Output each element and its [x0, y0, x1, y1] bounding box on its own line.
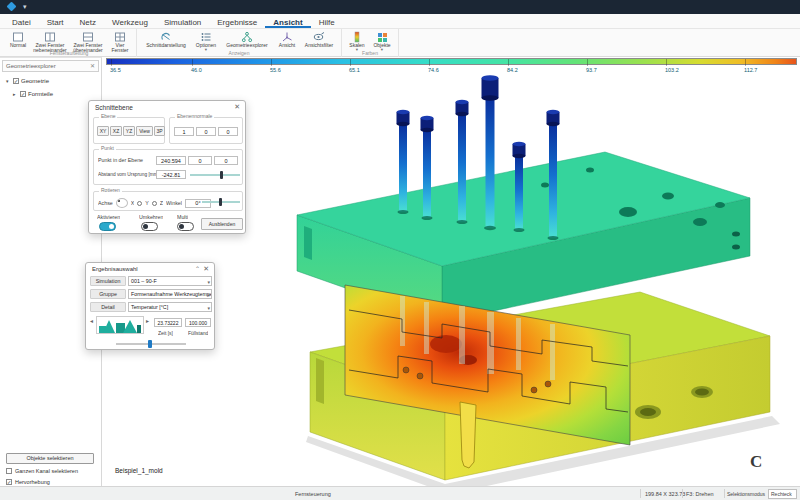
- scales-button[interactable]: Skalen ▾: [345, 30, 369, 51]
- plane-xz-button[interactable]: XZ: [110, 126, 122, 136]
- select-channel-row[interactable]: Ganzen Kanal selektieren: [6, 468, 78, 474]
- invert-label: Umkehren: [139, 214, 163, 220]
- tree-item-label: Geometrie: [21, 78, 49, 84]
- angle-slider[interactable]: [202, 201, 240, 203]
- detail-chip: Detail: [90, 302, 126, 312]
- tree-expand-icon[interactable]: ▾: [6, 78, 11, 84]
- slider-handle[interactable]: [220, 171, 223, 179]
- slider-handle[interactable]: [148, 340, 152, 348]
- plane-xy-button[interactable]: XY: [97, 126, 109, 136]
- point-z-field[interactable]: [214, 156, 238, 165]
- tab-ansicht[interactable]: Ansicht: [265, 14, 310, 28]
- ribbon-button-label: Normal: [10, 43, 26, 48]
- tab-datei[interactable]: Datei: [4, 14, 39, 28]
- next-frame-icon[interactable]: ▸: [146, 317, 149, 324]
- colorbar-tick: 65.1: [349, 67, 360, 73]
- group-legend: Ebene: [99, 114, 117, 119]
- tree-item-formteile[interactable]: ▸ ✓ Formteile: [13, 91, 53, 97]
- chevron-down-icon: ▾: [207, 278, 210, 286]
- tab-start[interactable]: Start: [39, 14, 72, 28]
- rotate-group: Rotieren Achse X Y Z Winkel: [93, 191, 243, 211]
- cut-plane-dialog[interactable]: Schnittebene ✕ Ebene XY XZ YZ View 3P Eb…: [88, 100, 246, 234]
- checkbox-checked[interactable]: ✓: [20, 91, 26, 97]
- fill-field[interactable]: [185, 318, 211, 327]
- chevron-down-icon: ▾: [207, 304, 210, 312]
- ribbon-button-label: Geometrieexplorer: [226, 43, 267, 48]
- statusbar: Fernsteuerung 199.84 X 323.73 F3: Drehen…: [0, 486, 800, 500]
- radio-label: Y: [145, 200, 149, 206]
- section-view-button[interactable]: Schnittdarstellung: [140, 30, 192, 48]
- normal-y-field[interactable]: [196, 127, 216, 136]
- normal-x-field[interactable]: [174, 127, 194, 136]
- collapse-icon[interactable]: ⌃: [195, 265, 200, 272]
- close-icon[interactable]: ✕: [90, 61, 95, 71]
- radio-x[interactable]: [116, 198, 128, 208]
- invert-toggle[interactable]: [141, 222, 158, 231]
- simulation-chip: Simulation: [90, 276, 126, 286]
- highlight-row[interactable]: ✓ Hervorhebung: [6, 479, 50, 485]
- tab-simulation[interactable]: Simulation: [156, 14, 209, 28]
- objects-button[interactable]: Objekte ▾: [369, 30, 395, 51]
- select-objects-button[interactable]: Objekte selektieren: [6, 453, 94, 464]
- normal-window-button[interactable]: Normal: [5, 30, 31, 48]
- view-button[interactable]: Ansicht: [274, 30, 300, 48]
- view-filter-button[interactable]: Ansichtsfilter: [300, 30, 338, 48]
- status-mode: Fernsteuerung: [295, 491, 331, 497]
- simulation-select[interactable]: 001 – 90-F ▾: [128, 276, 212, 286]
- colorbar-tick: 112.7: [744, 67, 757, 73]
- colorbar-gradient: [106, 58, 797, 65]
- plane-3p-button[interactable]: 3P: [154, 126, 165, 136]
- close-icon[interactable]: ✕: [203, 265, 209, 273]
- tree-collapse-icon[interactable]: ▸: [13, 91, 18, 97]
- result-selection-dialog[interactable]: Ergebnisauswahl ⌃ ✕ Simulation 001 – 90-…: [85, 262, 215, 350]
- ribbon-button-label: Schnittdarstellung: [146, 43, 186, 48]
- plane-normal-group: Ebenennormale: [169, 117, 243, 144]
- prev-frame-icon[interactable]: ◂: [90, 317, 93, 324]
- time-field[interactable]: [154, 318, 182, 327]
- geometry-explorer-button[interactable]: Geometrieexplorer: [220, 30, 274, 48]
- colorbar-tick: 46.0: [191, 67, 202, 73]
- radio-z[interactable]: [152, 201, 157, 206]
- plane-group: Ebene XY XZ YZ View 3P: [93, 117, 165, 144]
- group-legend: Punkt: [99, 146, 116, 151]
- point-y-field[interactable]: [188, 156, 212, 165]
- plane-yz-button[interactable]: YZ: [123, 126, 135, 136]
- close-icon[interactable]: ✕: [234, 103, 240, 111]
- chevron-down-icon[interactable]: ▾: [23, 2, 27, 12]
- tree-item-geometrie[interactable]: ▾ ✓ Geometrie: [6, 78, 49, 84]
- point-x-field[interactable]: [156, 156, 186, 165]
- time-slider[interactable]: [116, 343, 186, 345]
- checkbox-checked[interactable]: ✓: [6, 479, 12, 485]
- group-select[interactable]: Formenaufnahme Werkzeugtemperatur ▾: [128, 289, 212, 299]
- normal-z-field[interactable]: [218, 127, 238, 136]
- radio-label: Z: [160, 200, 163, 206]
- hide-button[interactable]: Ausblenden: [201, 218, 243, 230]
- options-button[interactable]: Optionen ▾: [192, 30, 220, 51]
- tab-hilfe[interactable]: Hilfe: [311, 14, 343, 28]
- distance-field[interactable]: [156, 170, 186, 179]
- plane-view-button[interactable]: View: [136, 126, 153, 136]
- checkbox-unchecked[interactable]: [6, 468, 12, 474]
- colorbar-tick: 93.7: [586, 67, 597, 73]
- multi-toggle[interactable]: [177, 222, 194, 231]
- divider: [724, 489, 725, 498]
- tab-netz[interactable]: Netz: [72, 14, 104, 28]
- distance-slider[interactable]: [190, 174, 240, 176]
- slider-handle[interactable]: [219, 198, 222, 206]
- radio-y[interactable]: [137, 201, 142, 206]
- ribbon-group-anzeigen: Schnittdarstellung Optionen ▾ Geometriee…: [137, 29, 342, 57]
- tab-ergebnisse[interactable]: Ergebnisse: [209, 14, 265, 28]
- select-value: Formenaufnahme Werkzeugtemperatur: [131, 291, 212, 297]
- angle-field[interactable]: [185, 199, 211, 208]
- group-legend: Ebenennormale: [175, 114, 214, 119]
- multi-label: Multi: [177, 214, 188, 220]
- selection-mode-dropdown[interactable]: Rechteck: [768, 489, 797, 499]
- detail-select[interactable]: Temperatur [°C] ▾: [128, 302, 212, 312]
- radio-label: X: [131, 200, 135, 206]
- tree-item-label: Formteile: [28, 91, 53, 97]
- result-preview-thumbnail[interactable]: [96, 316, 144, 334]
- checkbox-checked[interactable]: ✓: [13, 78, 19, 84]
- panel-title: Geometrieexplorer: [6, 63, 56, 69]
- tab-werkzeug[interactable]: Werkzeug: [104, 14, 156, 28]
- activate-toggle[interactable]: [99, 222, 116, 231]
